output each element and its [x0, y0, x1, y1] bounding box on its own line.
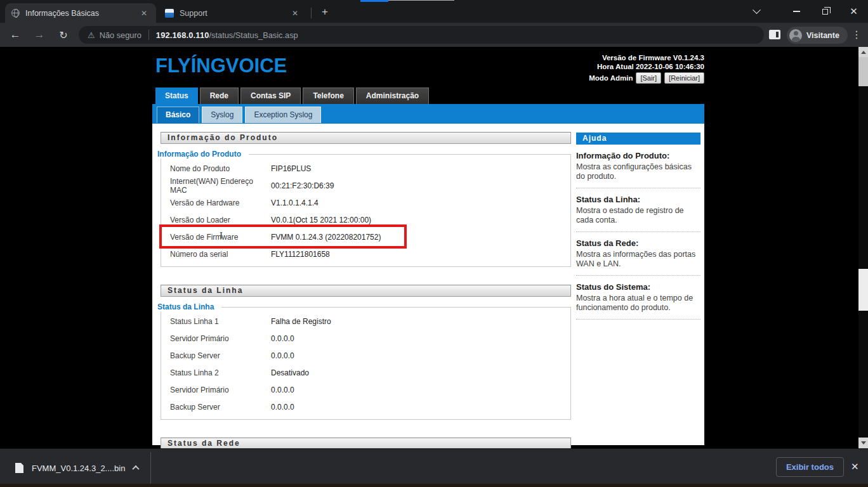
row-value: 0.0.0.0	[271, 334, 294, 343]
minimize-button[interactable]	[782, 0, 811, 23]
browser-tab-support[interactable]: Support ✕	[159, 3, 307, 23]
row-label: Versão de Hardware	[161, 198, 271, 207]
downloaded-file-chip[interactable]: FVMM_V0.1.24.3_2....bin	[10, 457, 143, 479]
browser-tab-informacoes-basicas[interactable]: Informações Básicas ✕	[5, 3, 156, 23]
page-scrollbar[interactable]	[858, 47, 868, 448]
sub-tab-basico[interactable]: Básico	[157, 107, 199, 123]
new-tab-button[interactable]: +	[317, 4, 332, 20]
tab-title: Support	[180, 9, 289, 18]
row-value: V1.1.0.1.4.1.4	[271, 198, 319, 207]
table-row: Nome do Produto FIP16PLUS	[161, 160, 570, 177]
profile-label: Visitante	[806, 31, 839, 40]
sub-tab-syslog[interactable]: Syslog	[202, 107, 242, 123]
row-label: Nome do Produto	[161, 164, 271, 173]
browser-titlebar: Informações Básicas ✕ Support ✕ + ✕	[0, 0, 868, 23]
help-text: Mostra o estado de registro de cada cont…	[576, 206, 700, 225]
row-label: Servidor Primário	[161, 386, 271, 394]
row-label: Versão do Loader	[161, 216, 271, 224]
tab-divider	[311, 8, 312, 18]
screen: Informações Básicas ✕ Support ✕ + ✕ ← → …	[0, 0, 868, 487]
tab-search-chevron-icon[interactable]	[742, 0, 771, 23]
help-text: Mostra a hora atual e o tempo de funcion…	[576, 294, 700, 313]
row-label: Status Linha 1	[161, 317, 271, 326]
browser-menu-button[interactable]: ⋮	[850, 29, 863, 41]
chevron-up-icon[interactable]	[133, 465, 140, 472]
nav-tab-rede[interactable]: Rede	[200, 88, 239, 104]
globe-icon	[11, 9, 20, 17]
table-row: Internet(WAN) Endereço MAC 00:21:F2:30:D…	[161, 177, 570, 194]
downloaded-filename: FVMM_V0.1.24.3_2....bin	[32, 464, 125, 473]
address-divider	[148, 30, 149, 40]
bottom-edge-strip	[0, 484, 868, 487]
not-secure-warning-icon[interactable]: ⚠	[88, 30, 95, 40]
show-all-downloads-button[interactable]: Exibir todos	[776, 457, 844, 477]
logout-button[interactable]: [Sair]	[636, 72, 661, 84]
restore-button[interactable]	[811, 0, 839, 23]
url-host: 192.168.0.110	[156, 30, 209, 40]
row-value: V0.0.1(Oct 15 2021 12:00:00)	[271, 216, 371, 224]
downloads-divider	[150, 452, 151, 484]
help-heading: Status da Linha:	[576, 195, 700, 204]
nav-tab-contas-sip[interactable]: Contas SIP	[240, 88, 301, 104]
avatar-icon	[789, 29, 802, 42]
row-label: Backup Server	[161, 351, 271, 360]
help-heading: Status do Sistema:	[576, 282, 700, 292]
row-value: FIP16PLUS	[271, 164, 311, 173]
close-window-button[interactable]: ✕	[839, 0, 868, 23]
row-label: Backup Server	[161, 403, 271, 412]
table-row: Status Linha 2 Desativado	[161, 364, 570, 381]
row-value: 0.0.0.0	[271, 386, 294, 394]
screen-artifact-blue	[360, 0, 388, 2]
tab-close-icon[interactable]: ✕	[138, 8, 150, 19]
scrollbar-down-button[interactable]	[858, 438, 868, 448]
nav-tab-telefone[interactable]: Telefone	[303, 88, 353, 104]
row-value: Falha de Registro	[271, 317, 331, 326]
triangle-up-icon	[861, 51, 866, 54]
row-label: Status Linha 2	[161, 368, 271, 377]
text-cursor: I	[220, 230, 223, 241]
forward-button[interactable]: →	[30, 26, 48, 44]
screen-artifact-grey	[388, 0, 454, 1]
row-value: FLY11121801658	[271, 250, 330, 259]
help-text: Mostra as informações das portas WAN e L…	[576, 250, 700, 269]
main-column: Informação do Produto Informação do Prod…	[161, 132, 571, 450]
mode-row: Modo Admin [Sair] [Reiniciar]	[589, 72, 704, 84]
side-panel-icon[interactable]	[769, 30, 780, 39]
table-row: Servidor Primário 0.0.0.0	[161, 330, 570, 347]
sub-tabs: Básico Syslog Exception Syslog	[152, 104, 704, 123]
row-label: Internet(WAN) Endereço MAC	[161, 177, 271, 195]
row-value: Desativado	[271, 368, 309, 377]
table-row: Versão de Hardware V1.1.0.1.4.1.4	[161, 194, 570, 211]
nav-tab-administracao[interactable]: Administração	[356, 88, 429, 104]
back-button[interactable]: ←	[6, 26, 24, 44]
help-divider	[576, 231, 700, 232]
reboot-button[interactable]: [Reiniciar]	[664, 72, 704, 84]
section-header-line-status: Status da Linha	[161, 285, 571, 297]
red-annotation-rectangle	[159, 224, 407, 249]
sub-nav-bar: Básico Syslog Exception Syslog	[152, 104, 704, 124]
main-nav-tabs: Status Rede Contas SIP Telefone Administ…	[155, 88, 429, 104]
row-value: 0.0.0.0	[271, 351, 294, 360]
reload-button[interactable]: ↻	[55, 26, 72, 44]
tab-close-icon[interactable]: ✕	[289, 8, 301, 19]
sub-tab-exception-syslog[interactable]: Exception Syslog	[245, 107, 321, 123]
scrollbar-thumb[interactable]	[858, 57, 868, 86]
line-status-fieldset: Status da Linha Status Linha 1 Falha de …	[161, 307, 571, 420]
nav-tab-status[interactable]: Status	[155, 88, 198, 104]
address-bar[interactable]: ⚠ Não seguro 192.168.0.110 /status/Statu…	[79, 26, 764, 44]
help-heading: Status da Rede:	[576, 238, 700, 248]
scrollbar-highlight-block	[858, 269, 868, 311]
row-value: 0.0.0.0	[271, 403, 294, 412]
section-header-product: Informação do Produto	[161, 132, 571, 144]
tab-title: Informações Básicas	[25, 9, 138, 18]
close-downloads-bar-button[interactable]: ✕	[851, 461, 859, 472]
profile-button[interactable]: Visitante	[787, 27, 848, 44]
current-time-line: Hora Atual 2022-10-06 10:46:30	[589, 62, 704, 71]
help-divider	[576, 319, 700, 320]
chevron-down-icon	[753, 6, 761, 14]
line-status-legend: Status da Linha	[157, 302, 221, 311]
product-legend: Informação do Produto	[157, 150, 249, 159]
scrollbar-up-button[interactable]	[858, 47, 868, 57]
table-row: Servidor Primário 0.0.0.0	[161, 381, 570, 398]
device-admin-page: FLYÍNGVOICE Versão de Firmware V0.1.24.3…	[0, 47, 868, 448]
